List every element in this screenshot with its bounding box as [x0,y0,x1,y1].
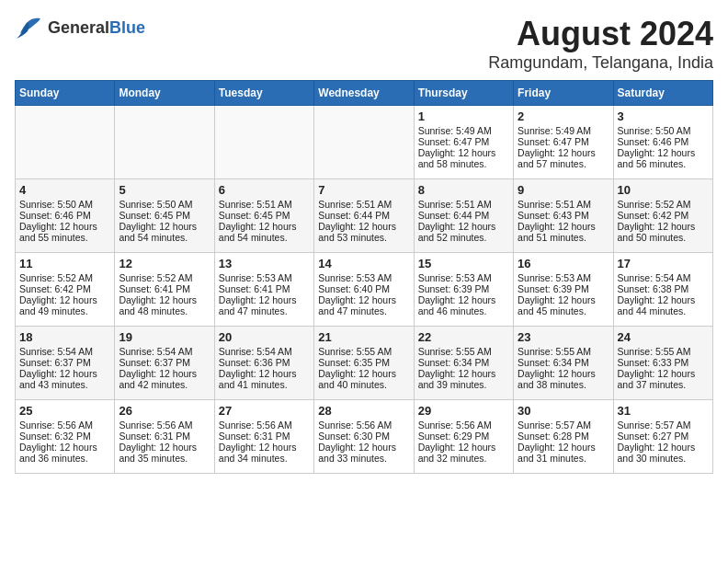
sunrise-text: Sunrise: 5:53 AM [518,272,609,283]
day-number: 2 [518,109,609,123]
day-number: 15 [418,257,509,270]
sunrise-text: Sunrise: 5:57 AM [518,419,609,431]
sunrise-text: Sunrise: 5:49 AM [518,125,609,136]
sunrise-text: Sunrise: 5:50 AM [19,199,110,210]
logo: GeneralBlue [15,15,145,40]
sunset-text: Sunset: 6:40 PM [318,283,409,294]
sunrise-text: Sunrise: 5:55 AM [618,346,709,357]
weekday-header-thursday: Thursday [414,81,513,106]
daylight-text: Daylight: 12 hours and 36 minutes. [19,442,110,464]
sunset-text: Sunset: 6:29 PM [418,431,509,442]
sunrise-text: Sunrise: 5:51 AM [318,199,409,210]
calendar-cell: 5Sunrise: 5:50 AMSunset: 6:45 PMDaylight… [115,179,214,253]
sunset-text: Sunset: 6:42 PM [618,210,709,221]
daylight-text: Daylight: 12 hours and 47 minutes. [219,294,310,316]
day-number: 6 [219,183,310,197]
sunrise-text: Sunrise: 5:50 AM [618,125,709,136]
sunset-text: Sunset: 6:37 PM [119,357,210,368]
sunrise-text: Sunrise: 5:52 AM [119,272,210,283]
sunset-text: Sunset: 6:46 PM [618,136,709,147]
day-number: 23 [518,330,609,344]
sunset-text: Sunset: 6:44 PM [418,210,509,221]
calendar-cell: 3Sunrise: 5:50 AMSunset: 6:46 PMDaylight… [613,106,712,179]
sunset-text: Sunset: 6:45 PM [119,210,210,221]
weekday-header-sunday: Sunday [16,81,115,106]
sunset-text: Sunset: 6:46 PM [19,210,110,221]
daylight-text: Daylight: 12 hours and 39 minutes. [418,368,509,390]
sunset-text: Sunset: 6:38 PM [618,283,709,294]
daylight-text: Daylight: 12 hours and 51 minutes. [518,221,609,243]
day-number: 31 [618,404,709,418]
daylight-text: Daylight: 12 hours and 58 minutes. [418,147,509,169]
daylight-text: Daylight: 12 hours and 38 minutes. [518,368,609,390]
calendar-cell: 24Sunrise: 5:55 AMSunset: 6:33 PMDayligh… [613,327,712,400]
week-row-3: 11Sunrise: 5:52 AMSunset: 6:42 PMDayligh… [16,253,713,327]
sunrise-text: Sunrise: 5:56 AM [219,419,310,431]
day-number: 18 [19,330,110,344]
daylight-text: Daylight: 12 hours and 34 minutes. [219,442,310,464]
daylight-text: Daylight: 12 hours and 50 minutes. [618,221,709,243]
sunset-text: Sunset: 6:31 PM [219,431,310,442]
daylight-text: Daylight: 12 hours and 31 minutes. [518,442,609,464]
weekday-header-saturday: Saturday [613,81,712,106]
daylight-text: Daylight: 12 hours and 32 minutes. [418,442,509,464]
calendar-cell: 13Sunrise: 5:53 AMSunset: 6:41 PMDayligh… [214,253,313,327]
calendar-cell [115,106,214,179]
sunrise-text: Sunrise: 5:54 AM [618,272,709,283]
calendar-cell: 31Sunrise: 5:57 AMSunset: 6:27 PMDayligh… [613,400,712,474]
calendar-cell: 1Sunrise: 5:49 AMSunset: 6:47 PMDaylight… [414,106,513,179]
sunset-text: Sunset: 6:35 PM [318,357,409,368]
calendar-cell: 16Sunrise: 5:53 AMSunset: 6:39 PMDayligh… [514,253,613,327]
calendar-cell: 28Sunrise: 5:56 AMSunset: 6:30 PMDayligh… [314,400,414,474]
daylight-text: Daylight: 12 hours and 57 minutes. [518,147,609,169]
sunrise-text: Sunrise: 5:49 AM [418,125,509,136]
day-number: 8 [418,183,509,197]
sunset-text: Sunset: 6:34 PM [518,357,609,368]
daylight-text: Daylight: 12 hours and 46 minutes. [418,294,509,316]
calendar-cell: 21Sunrise: 5:55 AMSunset: 6:35 PMDayligh… [314,327,414,400]
sunrise-text: Sunrise: 5:57 AM [618,419,709,431]
calendar-cell: 7Sunrise: 5:51 AMSunset: 6:44 PMDaylight… [314,179,414,253]
day-number: 12 [119,257,210,270]
sunset-text: Sunset: 6:47 PM [518,136,609,147]
sunrise-text: Sunrise: 5:53 AM [318,272,409,283]
sunrise-text: Sunrise: 5:51 AM [219,199,310,210]
calendar-cell: 14Sunrise: 5:53 AMSunset: 6:40 PMDayligh… [314,253,414,327]
week-row-2: 4Sunrise: 5:50 AMSunset: 6:46 PMDaylight… [16,179,713,253]
sunset-text: Sunset: 6:41 PM [219,283,310,294]
calendar-cell: 15Sunrise: 5:53 AMSunset: 6:39 PMDayligh… [414,253,513,327]
sunrise-text: Sunrise: 5:53 AM [418,272,509,283]
sunrise-text: Sunrise: 5:55 AM [418,346,509,357]
location-title: Ramgundam, Telangana, India [488,53,713,73]
sunset-text: Sunset: 6:42 PM [19,283,110,294]
calendar-cell: 10Sunrise: 5:52 AMSunset: 6:42 PMDayligh… [613,179,712,253]
calendar-cell: 26Sunrise: 5:56 AMSunset: 6:31 PMDayligh… [115,400,214,474]
sunrise-text: Sunrise: 5:52 AM [618,199,709,210]
week-row-5: 25Sunrise: 5:56 AMSunset: 6:32 PMDayligh… [16,400,713,474]
logo-blue: Blue [109,18,145,37]
day-number: 24 [618,330,709,344]
calendar-cell: 11Sunrise: 5:52 AMSunset: 6:42 PMDayligh… [16,253,115,327]
sunset-text: Sunset: 6:41 PM [119,283,210,294]
day-number: 25 [19,404,110,418]
day-number: 22 [418,330,509,344]
calendar-cell: 22Sunrise: 5:55 AMSunset: 6:34 PMDayligh… [414,327,513,400]
sunrise-text: Sunrise: 5:55 AM [518,346,609,357]
sunrise-text: Sunrise: 5:54 AM [19,346,110,357]
day-number: 16 [518,257,609,270]
day-number: 3 [618,109,709,123]
sunset-text: Sunset: 6:43 PM [518,210,609,221]
day-number: 30 [518,404,609,418]
week-row-4: 18Sunrise: 5:54 AMSunset: 6:37 PMDayligh… [16,327,713,400]
logo-bird-icon [15,15,44,40]
sunset-text: Sunset: 6:31 PM [119,431,210,442]
daylight-text: Daylight: 12 hours and 35 minutes. [119,442,210,464]
weekday-header-wednesday: Wednesday [314,81,414,106]
calendar-cell: 12Sunrise: 5:52 AMSunset: 6:41 PMDayligh… [115,253,214,327]
sunset-text: Sunset: 6:32 PM [19,431,110,442]
calendar-cell: 27Sunrise: 5:56 AMSunset: 6:31 PMDayligh… [214,400,313,474]
sunset-text: Sunset: 6:44 PM [318,210,409,221]
calendar-table: SundayMondayTuesdayWednesdayThursdayFrid… [15,80,713,474]
calendar-cell: 20Sunrise: 5:54 AMSunset: 6:36 PMDayligh… [214,327,313,400]
day-number: 10 [618,183,709,197]
